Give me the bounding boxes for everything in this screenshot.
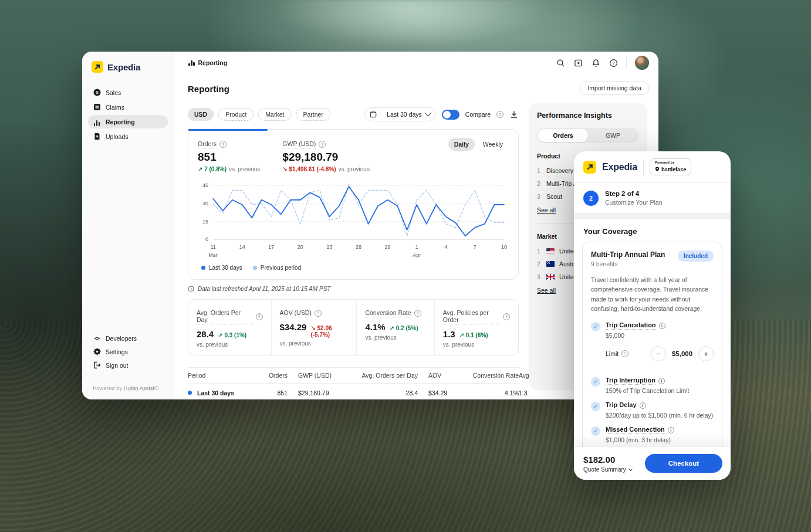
table-header: Orders (259, 367, 288, 383)
tab-orders[interactable]: Orders (538, 129, 588, 142)
table-header: Period (188, 367, 259, 383)
overlay-footer: $182.00 Quote Summary Checkout (574, 447, 731, 480)
gwp-metric-value: $29,180.79 (282, 151, 370, 164)
step-subtitle: Customize Your Plan (605, 199, 662, 206)
see-all-link[interactable]: See all (537, 206, 556, 214)
date-range-picker[interactable]: Last 30 days (364, 107, 436, 121)
chevron-down-icon (425, 111, 431, 117)
reporting-app-window: Expedia $ Sales Claims Reporting (82, 52, 658, 399)
limit-help-icon[interactable]: ? (621, 350, 628, 357)
tab-gwp[interactable]: GWP (588, 129, 638, 142)
date-range-value: Last 30 days (387, 111, 422, 118)
table-header-row: PeriodOrdersGWP (USD)Avg. Orders per Day… (188, 367, 519, 383)
sidebar-item-developers[interactable]: <> Developers (88, 331, 168, 345)
legend-previous-period[interactable]: Previous period (253, 265, 301, 271)
svg-text:Mar: Mar (208, 252, 218, 258)
sign-out-icon (93, 361, 101, 370)
gwp-metric-label: GWP (USD) (282, 140, 316, 148)
svg-text:45: 45 (202, 182, 208, 188)
dollar-circle-icon: $ (93, 89, 101, 97)
gwp-metric: GWP (USD)? $29,180.79 ↘ $1,498.61 (-4.8%… (282, 138, 370, 172)
brand-logo[interactable]: Expedia (88, 61, 168, 73)
sidebar-item-uploads[interactable]: Uploads (88, 130, 168, 143)
stat-conversion-rate: Conversion Rate? 4.1%↗ 0.2 (5%) vs. prev… (356, 300, 434, 355)
svg-text:$: $ (96, 90, 99, 95)
breadcrumb: Reporting (188, 59, 227, 66)
svg-text:26: 26 (356, 244, 361, 250)
info-icon[interactable]: i (658, 378, 665, 384)
stat-avg-orders-per-day: Avg. Orders Per Day? 28.4↗ 0.3 (1%) vs. … (188, 300, 271, 355)
info-icon[interactable]: i (640, 402, 646, 409)
filter-pill-market[interactable]: Market (258, 108, 291, 121)
table-header: GWP (USD) (288, 367, 349, 383)
quote-summary-toggle[interactable]: Quote Summary (583, 466, 632, 473)
svg-text:20: 20 (298, 244, 303, 250)
overlay-brand-name: Expedia (602, 162, 637, 172)
help-icon[interactable]: ? (609, 58, 618, 67)
decrease-limit-button[interactable]: − (651, 346, 666, 361)
orders-help-icon[interactable]: ? (219, 141, 227, 148)
compare-help-icon[interactable]: ? (496, 111, 504, 118)
sidebar-item-reporting[interactable]: Reporting (88, 115, 168, 128)
see-all-link[interactable]: See all (537, 287, 556, 294)
step-indicator: 2 Step 2 of 4 Customize Your Plan (574, 183, 731, 213)
quote-price: $182.00 (583, 455, 632, 465)
stat-help-icon[interactable]: ? (503, 313, 510, 320)
svg-text:30: 30 (202, 201, 208, 206)
document-icon (93, 103, 101, 111)
sidebar-item-sales[interactable]: $ Sales (88, 86, 168, 99)
svg-text:?: ? (612, 60, 614, 66)
bell-icon[interactable] (591, 58, 600, 67)
orders-metric-label: Orders (198, 140, 217, 148)
legend-last-30-days[interactable]: Last 30 days (201, 265, 242, 271)
benefit-detail: $1,000 (min. 3 hr delay) (606, 436, 714, 443)
svg-text:29: 29 (385, 244, 391, 250)
content-column: Reporting USD Product Market Partner Las… (188, 74, 519, 399)
checkout-button[interactable]: Checkout (645, 454, 722, 473)
check-icon: ✓ (591, 402, 600, 411)
plan-description: Travel confidently with a full year of c… (591, 275, 714, 313)
checkout-overlay-card: Expedia Powered by battleface 2 Step 2 o… (574, 151, 731, 480)
expedia-logo-icon (92, 61, 103, 73)
table-header: Avg. Orders per Day (349, 367, 418, 383)
sidebar-item-claims[interactable]: Claims (88, 100, 168, 114)
info-icon[interactable]: i (659, 323, 665, 329)
stat-help-icon[interactable]: ? (315, 310, 322, 317)
svg-text:14: 14 (239, 244, 245, 250)
avatar[interactable] (635, 56, 649, 70)
stat-help-icon[interactable]: ? (256, 313, 263, 320)
download-icon[interactable] (509, 110, 519, 119)
stat-help-icon[interactable]: ? (414, 310, 421, 317)
granularity-daily[interactable]: Daily (448, 138, 475, 151)
gwp-help-icon[interactable]: ? (319, 141, 326, 148)
search-icon[interactable] (556, 58, 565, 67)
compare-toggle[interactable] (442, 110, 459, 120)
sidebar-item-signout[interactable]: Sign out (88, 358, 168, 372)
orders-chart-card: Orders? 851 ↗ 7 (0.8%)vs. previous GWP (… (188, 129, 519, 280)
stat-avg-policies-per-order: Avg. Policies per Order? 1.3↗ 0.1 (8%) v… (434, 300, 518, 355)
filter-pill-product[interactable]: Product (218, 108, 254, 121)
sidebar-item-settings[interactable]: Settings (88, 345, 168, 358)
plan-benefits-count: 9 benefits (591, 260, 665, 267)
check-icon: ✓ (591, 377, 600, 387)
benefit-name: Trip Cancelation (606, 321, 656, 330)
orders-metric: Orders? 851 ↗ 7 (0.8%)vs. previous (198, 138, 260, 172)
filter-pill-usd[interactable]: USD (188, 108, 214, 121)
increase-limit-button[interactable]: + (698, 346, 714, 361)
code-icon: <> (93, 334, 101, 343)
granularity-weekly[interactable]: Weekly (477, 138, 509, 151)
topbar: Reporting ? (174, 52, 658, 74)
refresh-note: Data last refreshed April 11, 2025 at 10… (188, 286, 519, 292)
sidebar-footer: <> Developers Settings Sign out Powered … (88, 331, 168, 391)
import-missing-data-button[interactable]: Import missing data (580, 81, 649, 95)
calendar-icon (365, 108, 381, 121)
table-row[interactable]: Last 30 days851$29,180.7928.4$34.294.1%1… (188, 383, 519, 399)
info-icon[interactable]: i (668, 427, 674, 433)
filter-pill-partner[interactable]: Partner (296, 108, 330, 121)
bar-chart-icon (93, 118, 101, 126)
sidebar: Expedia $ Sales Claims Reporting (82, 52, 174, 399)
orders-metric-value: 851 (198, 151, 260, 164)
calendar-add-icon[interactable] (573, 58, 583, 67)
robin-assist-link[interactable]: Robin Assist (124, 385, 154, 391)
benefit-detail: $200/day up to $1,500 (min. 6 hr delay) (606, 412, 714, 419)
